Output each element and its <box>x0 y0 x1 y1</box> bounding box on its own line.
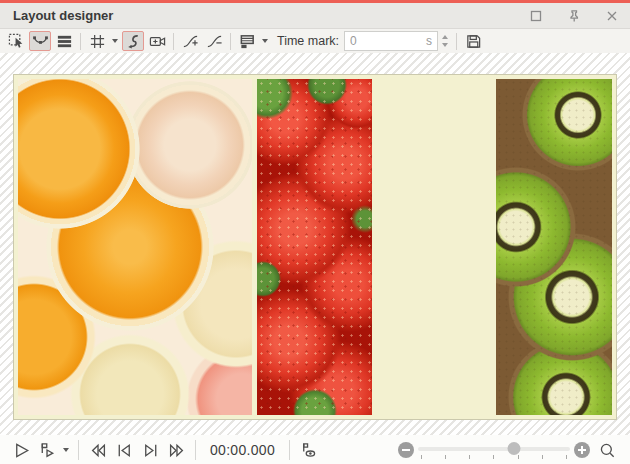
layout-presets-button[interactable] <box>236 31 258 51</box>
panel-orange-and-lemon-slices[interactable] <box>18 79 252 415</box>
window-title: Layout designer <box>13 8 113 23</box>
play-from-time-mark-button[interactable] <box>35 438 59 462</box>
panel-kiwi-slices[interactable] <box>496 79 612 415</box>
playback-separator <box>195 440 196 460</box>
layout-designer-window: Layout designer <box>0 0 630 464</box>
rewind-button[interactable] <box>86 438 110 462</box>
time-mark-visibility-icon[interactable] <box>297 438 321 462</box>
spinner-down-icon[interactable] <box>442 43 448 47</box>
fast-forward-button[interactable] <box>164 438 188 462</box>
grid-dropdown-icon[interactable] <box>112 39 118 43</box>
playback-separator <box>78 440 79 460</box>
toolbar: Time mark: s <box>0 29 630 53</box>
zoom-slider-track[interactable] <box>418 447 570 451</box>
panel-blueberries[interactable] <box>377 79 491 415</box>
time-mark-label: Time mark: <box>277 34 339 48</box>
titlebar[interactable]: Layout designer <box>0 3 630 29</box>
zoom-out-button[interactable] <box>398 442 414 458</box>
camera-track-button[interactable] <box>146 31 168 51</box>
select-tool-button[interactable] <box>5 31 27 51</box>
panel-strawberries[interactable] <box>257 79 372 415</box>
toolbar-separator <box>80 33 81 50</box>
add-curve-point-button[interactable] <box>179 31 201 51</box>
zoom-slider[interactable] <box>418 439 570 461</box>
edit-curve-points-button[interactable] <box>29 31 51 51</box>
pin-icon[interactable] <box>566 8 582 24</box>
zoom-slider-ticks <box>421 455 567 459</box>
time-display: 00:00.000 <box>210 442 275 458</box>
toolbar-separator <box>173 33 174 50</box>
time-mark-spinner[interactable] <box>442 35 448 47</box>
time-mark-unit: s <box>426 34 432 48</box>
grid-button[interactable] <box>86 31 108 51</box>
design-canvas[interactable] <box>0 53 630 435</box>
close-icon[interactable] <box>604 8 620 24</box>
zoom-in-button[interactable] <box>574 442 590 458</box>
layout-presets-dropdown-icon[interactable] <box>262 39 268 43</box>
remove-curve-point-button[interactable] <box>203 31 225 51</box>
time-mark-input[interactable] <box>350 34 426 48</box>
playback-separator <box>289 440 290 460</box>
time-mark-field: s <box>344 31 438 51</box>
window-controls <box>528 8 620 24</box>
toolbar-separator <box>456 33 457 50</box>
zoom-slider-thumb[interactable] <box>507 442 520 455</box>
zoom-controls <box>398 438 622 462</box>
play-options-dropdown-icon[interactable] <box>63 448 69 452</box>
previous-frame-button[interactable] <box>112 438 136 462</box>
draw-curve-button[interactable] <box>122 31 144 51</box>
save-button[interactable] <box>462 31 484 51</box>
maximize-icon[interactable] <box>528 8 544 24</box>
zoom-fit-icon[interactable] <box>595 438 619 462</box>
layout-frame[interactable] <box>13 74 617 420</box>
line-segments-button[interactable] <box>53 31 75 51</box>
playback-bar: 00:00.000 <box>0 435 630 464</box>
next-frame-button[interactable] <box>138 438 162 462</box>
spinner-up-icon[interactable] <box>442 35 448 39</box>
toolbar-separator <box>230 33 231 50</box>
play-button[interactable] <box>9 438 33 462</box>
